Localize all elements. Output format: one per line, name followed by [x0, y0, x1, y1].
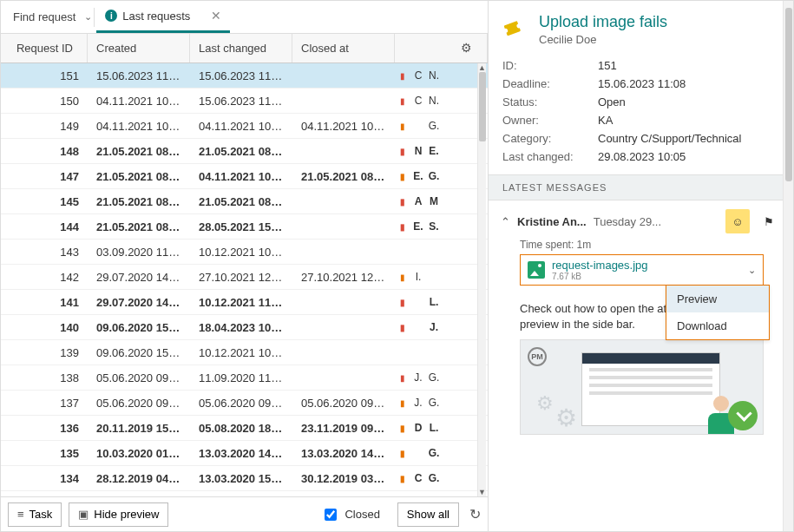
- button-label: Show all: [407, 508, 449, 521]
- tab-label: Find request: [13, 10, 75, 23]
- checkbox-input[interactable]: [325, 509, 337, 521]
- table-row[interactable]: 15115.06.2023 11:0815.06.2023 11:16CN.: [1, 63, 488, 89]
- col-last-changed[interactable]: Last changed: [190, 34, 292, 62]
- cell-c2: G.: [426, 371, 442, 384]
- emoji-icon[interactable]: ☺: [725, 209, 750, 233]
- table-row[interactable]: 14821.05.2021 08:...21.05.2021 08:...NE.: [1, 139, 488, 164]
- task-button[interactable]: ≡ Task: [8, 502, 62, 527]
- tab-last-requests[interactable]: i Last requests ✕: [96, 1, 230, 33]
- table-row[interactable]: 13510.03.2020 01:...13.03.2020 14:...13.…: [1, 441, 488, 466]
- chevron-down-icon[interactable]: ⌄: [84, 11, 92, 23]
- request-author: Cecilie Doe: [539, 33, 667, 46]
- info-icon: i: [105, 10, 117, 22]
- download-arrow-icon: [728, 401, 758, 430]
- cell-created: 21.05.2021 08:...: [88, 195, 190, 208]
- col-c2: [426, 34, 442, 62]
- table-row[interactable]: 13805.06.2020 09:3511.09.2020 11:47J.G.: [1, 365, 488, 391]
- cell-created: 20.11.2019 15:...: [88, 422, 190, 435]
- field-value: 151: [598, 59, 617, 72]
- scroll-up-icon[interactable]: ▲: [478, 63, 486, 72]
- gear-icon[interactable]: ⚙: [461, 41, 472, 55]
- cell-id: 148: [1, 145, 88, 158]
- cell-created: 05.06.2020 09:26: [88, 397, 190, 410]
- col-request-id[interactable]: Request ID: [1, 34, 88, 62]
- col-c1: [410, 34, 426, 62]
- attachment-preview-image: PM ⚙ ⚙: [520, 339, 764, 435]
- col-flag: [395, 34, 410, 62]
- table-row[interactable]: 14303.09.2020 11:5010.12.2021 10:17: [1, 240, 488, 265]
- cell-id: 151: [1, 69, 88, 82]
- cell-changed: 21.05.2021 08:...: [190, 145, 292, 158]
- table-row[interactable]: 14521.05.2021 08:...21.05.2021 08:...AM: [1, 189, 488, 214]
- table-row[interactable]: 14229.07.2020 14:5527.10.2021 12:4127.10…: [1, 265, 488, 290]
- cell-id: 139: [1, 346, 88, 359]
- table-row[interactable]: 14904.11.2021 10:2804.11.2021 10:3004.11…: [1, 114, 488, 139]
- attachment-row[interactable]: request-images.jpg 7.67 kB ⌄ Preview Dow…: [520, 254, 764, 286]
- hide-preview-button[interactable]: ▣ Hide preview: [69, 502, 168, 527]
- col-closed-at[interactable]: Closed at: [292, 34, 395, 62]
- cell-id: 142: [1, 271, 88, 284]
- attachment-size: 7.67 kB: [552, 272, 648, 281]
- request-title: Upload image fails: [539, 13, 667, 31]
- cell-id: 147: [1, 170, 88, 183]
- cell-changed: 04.11.2021 10:...: [190, 170, 292, 183]
- show-all-button[interactable]: Show all: [397, 502, 459, 527]
- table-row[interactable]: 14129.07.2020 14:...10.12.2021 11:...L.: [1, 290, 488, 315]
- cell-closed: 21.05.2021 08:...: [292, 170, 395, 183]
- attachment-name: request-images.jpg: [552, 259, 648, 272]
- closed-checkbox[interactable]: Closed: [321, 506, 379, 523]
- col-created[interactable]: Created: [88, 34, 190, 62]
- collapse-icon[interactable]: ⌃: [501, 215, 510, 228]
- cell-flag: [395, 195, 410, 207]
- table-row[interactable]: 13909.06.2020 15:0710.12.2021 10:16: [1, 340, 488, 365]
- table-row[interactable]: 13620.11.2019 15:...05.08.2020 18:...23.…: [1, 416, 488, 441]
- table-row[interactable]: 14009.06.2020 15:...18.04.2023 10:...J.: [1, 315, 488, 340]
- cell-flag: [395, 145, 410, 157]
- cell-created: 29.07.2020 14:55: [88, 271, 190, 284]
- ticket-icon: [499, 10, 532, 43]
- cell-flag: [395, 120, 410, 132]
- cell-closed: 05.06.2020 09:33: [292, 397, 395, 410]
- chevron-down-icon[interactable]: ⌄: [748, 265, 756, 276]
- table-row[interactable]: 15004.11.2021 10:3015.06.2023 11:03CN.: [1, 89, 488, 114]
- menu-preview[interactable]: Preview: [666, 286, 769, 312]
- checkbox-label: Closed: [345, 508, 379, 521]
- table-body: 15115.06.2023 11:0815.06.2023 11:16CN.15…: [1, 63, 488, 496]
- menu-download[interactable]: Download: [666, 312, 769, 339]
- cell-flag: [395, 397, 410, 409]
- cell-c1: I.: [410, 271, 426, 283]
- cell-c2: G.: [426, 120, 442, 132]
- cell-c2: L.: [426, 296, 442, 308]
- tab-find-request[interactable]: Find request: [4, 1, 84, 33]
- cell-closed: 23.11.2019 09:...: [292, 422, 395, 435]
- attachment-menu: Preview Download: [666, 285, 770, 340]
- scroll-thumb[interactable]: [479, 72, 486, 141]
- table-row[interactable]: 14721.05.2021 08:...04.11.2021 10:...21.…: [1, 164, 488, 189]
- pm-badge-icon: PM: [528, 347, 547, 366]
- cell-changed: 11.09.2020 11:47: [190, 371, 292, 384]
- cell-created: 04.11.2021 10:28: [88, 120, 190, 133]
- cell-c1: J.: [410, 397, 426, 409]
- cell-c2: E.: [426, 145, 442, 157]
- cell-changed: 15.06.2023 11:16: [190, 69, 292, 82]
- table-row[interactable]: 13327.12.2019 20:...20.05.2021 15:...31.…: [1, 491, 488, 496]
- cell-c2: N.: [426, 95, 442, 107]
- cell-changed: 18.04.2023 10:...: [190, 321, 292, 334]
- cell-c1: C: [410, 69, 426, 82]
- table-row[interactable]: 14421.05.2021 08:...28.05.2021 15:...E.S…: [1, 214, 488, 240]
- scroll-thumb[interactable]: [785, 8, 792, 181]
- cell-created: 10.03.2020 01:...: [88, 447, 190, 460]
- time-spent: Time spent: 1m: [520, 239, 781, 251]
- cell-changed: 05.06.2020 09:33: [190, 397, 292, 410]
- list-icon: ≡: [17, 508, 24, 521]
- close-icon[interactable]: ✕: [211, 9, 221, 23]
- document-illustration: [581, 352, 720, 426]
- cell-created: 15.06.2023 11:08: [88, 69, 190, 82]
- flag-icon[interactable]: ⚑: [757, 209, 781, 233]
- table-row[interactable]: 13705.06.2020 09:2605.06.2020 09:3305.06…: [1, 391, 488, 416]
- refresh-icon[interactable]: ↻: [469, 506, 481, 522]
- vertical-scrollbar[interactable]: ▲ ▼: [477, 63, 486, 496]
- scroll-down-icon[interactable]: ▼: [478, 488, 486, 496]
- table-row[interactable]: 13428.12.2019 04:...13.03.2020 15:...30.…: [1, 466, 488, 491]
- right-scrollbar[interactable]: [783, 1, 793, 531]
